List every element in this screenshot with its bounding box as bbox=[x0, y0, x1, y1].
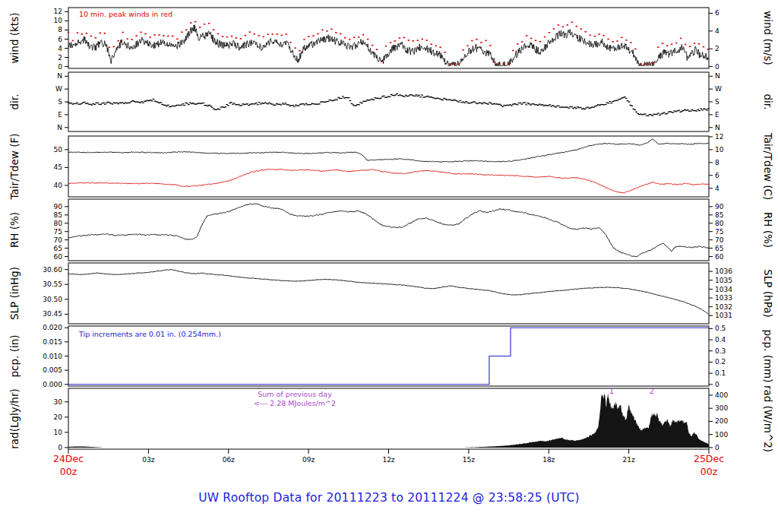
data-point bbox=[140, 32, 141, 33]
annotation: 10 min. peak winds in red bbox=[79, 10, 172, 18]
data-point bbox=[639, 64, 640, 65]
data-point bbox=[249, 31, 251, 33]
ytick-label-left: 90 bbox=[54, 203, 63, 211]
data-point bbox=[153, 99, 155, 100]
data-point bbox=[355, 105, 357, 106]
axis-title-right: Tair/Tdew (C) bbox=[762, 132, 774, 201]
data-point bbox=[530, 38, 532, 40]
data-point bbox=[571, 22, 573, 24]
data-point bbox=[417, 40, 419, 41]
data-point bbox=[362, 34, 364, 36]
data-point bbox=[691, 109, 694, 110]
ytick-label-left: 2 bbox=[58, 54, 62, 62]
data-point bbox=[344, 37, 346, 39]
data-point bbox=[115, 103, 118, 103]
data-point bbox=[112, 103, 114, 104]
data-point bbox=[441, 100, 444, 100]
data-point bbox=[367, 39, 368, 40]
data-point bbox=[698, 110, 701, 111]
data-point bbox=[490, 103, 492, 103]
ytick-label-left: 0.020 bbox=[43, 324, 62, 331]
data-point bbox=[246, 103, 248, 104]
data-point bbox=[72, 40, 74, 42]
data-point bbox=[657, 46, 659, 48]
data-point bbox=[547, 105, 549, 106]
data-point bbox=[416, 96, 419, 97]
data-point bbox=[211, 107, 213, 108]
data-point bbox=[213, 109, 215, 109]
data-point bbox=[283, 104, 286, 105]
data-point bbox=[109, 47, 110, 49]
data-point bbox=[568, 108, 570, 109]
data-point bbox=[558, 106, 560, 106]
axis-title-left: rad(Lgly/hr) bbox=[8, 388, 21, 448]
ytick-label-right: 0 bbox=[715, 63, 719, 71]
data-point bbox=[459, 100, 461, 101]
data-point bbox=[408, 95, 410, 96]
data-point bbox=[662, 43, 663, 44]
data-point bbox=[226, 36, 228, 38]
ytick-label-left: N bbox=[57, 72, 62, 80]
data-point bbox=[585, 31, 587, 33]
data-point bbox=[413, 40, 414, 42]
ytick-label-right: 12 bbox=[715, 133, 723, 141]
data-point bbox=[628, 101, 631, 102]
ytick-label-right: 2 bbox=[715, 45, 719, 52]
data-point bbox=[182, 103, 184, 104]
data-point bbox=[391, 94, 393, 95]
data-point bbox=[68, 32, 69, 33]
data-point bbox=[263, 36, 264, 38]
annotation: 2 bbox=[650, 387, 654, 395]
annotation: 1 bbox=[609, 387, 614, 395]
axis-title-left: pcp. (in) bbox=[8, 335, 21, 378]
data-point bbox=[426, 40, 428, 41]
ytick-label-right: 8 bbox=[715, 159, 719, 166]
data-point bbox=[435, 46, 437, 47]
data-point bbox=[679, 112, 682, 112]
data-point bbox=[385, 46, 387, 47]
data-point bbox=[255, 103, 258, 103]
data-point bbox=[517, 104, 519, 105]
annotation: Sum of previous day bbox=[258, 390, 332, 398]
data-point bbox=[95, 37, 96, 39]
data-point bbox=[248, 105, 250, 106]
data-point bbox=[236, 37, 237, 39]
data-point bbox=[260, 103, 262, 104]
data-point bbox=[580, 107, 582, 108]
chart: 0246810120246wind (kts)wind (m/s)10 min.… bbox=[0, 0, 778, 532]
data-point bbox=[553, 28, 555, 30]
ytick-label-left: 0.005 bbox=[43, 366, 62, 374]
data-point bbox=[698, 43, 700, 45]
data-point bbox=[511, 105, 513, 106]
data-point bbox=[577, 106, 579, 107]
data-point bbox=[208, 23, 210, 24]
data-point bbox=[258, 35, 260, 36]
x-end-date: 25Dec bbox=[694, 453, 724, 464]
data-point bbox=[501, 105, 503, 106]
data-point bbox=[584, 109, 587, 109]
data-point bbox=[616, 40, 618, 42]
xtick-label: 06z bbox=[223, 456, 235, 464]
data-point bbox=[103, 103, 105, 103]
data-point bbox=[226, 104, 228, 105]
data-point bbox=[697, 109, 699, 110]
data-point bbox=[575, 108, 577, 109]
data-point bbox=[653, 62, 654, 64]
ytick-label-left: 50 bbox=[54, 146, 63, 154]
data-point bbox=[474, 102, 476, 103]
data-point bbox=[342, 96, 344, 97]
data-point bbox=[408, 40, 410, 41]
axis-title-left: dir. bbox=[8, 94, 21, 110]
ytick-label-right: 4 bbox=[715, 185, 719, 192]
data-point bbox=[192, 103, 194, 103]
ytick-label-right: 0.2 bbox=[715, 358, 726, 366]
data-point bbox=[267, 103, 269, 104]
data-point bbox=[567, 24, 568, 26]
data-point bbox=[637, 113, 639, 114]
ytick-label-right: 0.5 bbox=[715, 325, 726, 332]
panel-slp bbox=[68, 263, 709, 324]
data-point bbox=[149, 36, 150, 38]
data-point bbox=[695, 111, 697, 112]
ytick-label-left: 85 bbox=[54, 211, 62, 219]
data-point bbox=[480, 103, 482, 103]
